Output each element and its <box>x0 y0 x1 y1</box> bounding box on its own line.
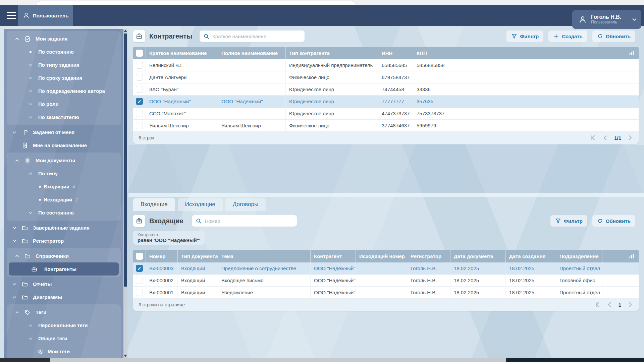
scroll-up-icon[interactable] <box>124 30 127 32</box>
user-menu[interactable]: Гоголь Н.В. Пользователь <box>572 10 641 29</box>
funnel-icon <box>511 33 517 39</box>
tab-outgoing[interactable]: Исходящие <box>178 198 223 211</box>
sidebar-item-my-tags[interactable]: Мои теги <box>7 345 121 358</box>
page-first-button[interactable] <box>590 134 597 141</box>
folder-icon <box>21 225 28 231</box>
columns-settings-icon[interactable] <box>629 50 635 56</box>
sidebar-item-by-task-due[interactable]: По сроку задания <box>7 71 121 84</box>
column-header[interactable]: КПП <box>413 47 448 59</box>
row-checkbox[interactable] <box>136 110 143 117</box>
sidebar-item-by-role[interactable]: По роли <box>7 98 121 111</box>
table-row[interactable]: Уильям Шекспир Уильям Шекспир Физическое… <box>133 120 639 132</box>
row-checkbox-checked[interactable] <box>136 265 143 272</box>
page-next-button[interactable] <box>627 134 633 141</box>
module-tab-user[interactable]: Пользователь <box>18 5 73 26</box>
sidebar-item-by-type[interactable]: По типу <box>7 167 121 180</box>
sidebar-item-contragents[interactable]: Контрагенты <box>9 262 119 276</box>
column-header[interactable]: Краткое наименование <box>146 47 218 59</box>
columns-settings-icon[interactable] <box>629 253 635 259</box>
sidebar-item-by-deputy[interactable]: По заместителю <box>7 111 121 124</box>
filter-chip[interactable]: Контрагент: равен 'ООО "Надёжный"' <box>133 231 205 245</box>
app-header: Пользователь Гоголь Н.В. Пользователь <box>0 5 644 26</box>
sidebar-group-my-documents: Мои документы По типу Входящий 4 Исходящ… <box>7 153 121 221</box>
table-row[interactable]: Вх-000002 Входящий Входящее письмо ООО "… <box>133 275 639 287</box>
column-header[interactable]: Исходящий номер <box>356 250 407 262</box>
chevron-down-icon <box>12 130 17 135</box>
sidebar-item-my-tasks[interactable]: Мои задания <box>7 32 121 45</box>
sidebar-item-outgoing-type[interactable]: Исходящий 2 <box>7 193 121 206</box>
contragents-panel: Контрагенты Фильтр Создать Обновить Крат… <box>133 30 639 144</box>
column-header[interactable]: Контрагент <box>311 250 356 262</box>
sidebar-scrollbar[interactable] <box>123 29 127 358</box>
table-row[interactable]: ССО "Малахит" Юридическое лицо 474737373… <box>133 108 639 120</box>
sidebar-item-incoming-type[interactable]: Входящий 4 <box>7 180 121 193</box>
column-header[interactable]: Подразделение <box>556 250 602 262</box>
column-header[interactable]: Полное наименование <box>218 47 286 59</box>
person-icon <box>578 15 587 24</box>
filter-button[interactable]: Фильтр <box>506 31 543 42</box>
sidebar-item-by-state[interactable]: По состоянию <box>7 45 121 58</box>
table-row-selected[interactable]: Вх-000003 Входящий Предложение о сотрудн… <box>133 262 639 275</box>
search-input[interactable] <box>200 31 305 42</box>
table-row-selected[interactable]: ООО "Надёжный" ООО "Надёжный" Юридическо… <box>133 96 639 108</box>
sidebar-item-directories[interactable]: Справочники <box>7 249 121 262</box>
sidebar-item-diagrams[interactable]: Диаграммы <box>4 291 123 304</box>
sidebar-item-finished-tasks[interactable]: Завершённые задания <box>4 221 123 234</box>
row-checkbox-checked[interactable] <box>136 98 143 105</box>
table-row[interactable]: Белинский В.Г. Индивидуальный предприним… <box>133 59 639 71</box>
chevron-down-icon <box>12 282 17 287</box>
refresh-button[interactable]: Обновить <box>592 31 635 42</box>
sidebar-item-for-my-review[interactable]: Мне на ознакомление <box>4 139 123 152</box>
scrollbar-thumb[interactable] <box>124 34 127 287</box>
row-checkbox[interactable] <box>136 277 143 284</box>
sidebar-item-my-documents[interactable]: Мои документы <box>7 154 121 167</box>
select-all-checkbox[interactable] <box>136 253 143 260</box>
funnel-icon <box>555 218 561 224</box>
column-header[interactable]: Тип контрагента <box>286 47 378 59</box>
table-row[interactable]: Данте Алигьери Физическое лицо 679758473… <box>133 71 639 83</box>
folder-icon <box>21 238 28 244</box>
row-checkbox[interactable] <box>136 86 143 93</box>
column-header[interactable]: Регистратор <box>407 250 450 262</box>
sidebar-item-personal-tags[interactable]: Персональные теги <box>7 319 121 332</box>
page-prev-button[interactable] <box>606 301 613 308</box>
row-checkbox[interactable] <box>136 122 143 129</box>
sidebar-item-reports[interactable]: Отчёты <box>4 278 123 291</box>
row-checkbox[interactable] <box>136 62 143 69</box>
search-input[interactable] <box>192 215 297 227</box>
column-header[interactable]: ИНН <box>378 47 413 59</box>
chevron-down-icon <box>12 239 17 243</box>
column-header[interactable]: Дата создания <box>506 250 556 262</box>
sidebar-item-tasks-from-me[interactable]: Задания от меня <box>4 126 123 139</box>
sidebar-item-by-task-type[interactable]: По типу задания <box>7 58 121 71</box>
sidebar-item-registrar[interactable]: Регистратор <box>4 234 123 247</box>
filter-button[interactable]: Фильтр <box>550 215 587 227</box>
page-prev-button[interactable] <box>602 134 609 141</box>
column-header[interactable]: Дата документа <box>450 250 506 262</box>
column-header[interactable]: Тема <box>218 250 311 262</box>
page-indicator: 1/1 <box>614 135 621 141</box>
bullet-icon <box>39 186 41 188</box>
splitter-band <box>128 193 644 197</box>
select-all-checkbox[interactable] <box>136 50 143 57</box>
sidebar-item-docs-by-state[interactable]: По состоянию <box>7 206 121 219</box>
table-row[interactable]: Вх-000001 Входящий Уведомление ООО "Надё… <box>133 287 639 299</box>
sidebar-item-by-author-division[interactable]: По подразделению автора <box>7 84 121 98</box>
create-button[interactable]: Создать <box>548 31 587 42</box>
page-first-button[interactable] <box>594 301 601 308</box>
tab-incoming[interactable]: Входящие <box>133 198 175 211</box>
table-row[interactable]: ЗАО "Буран" Юридическое лицо 74744458 33… <box>133 83 639 96</box>
hamburger-menu-icon[interactable] <box>7 10 17 20</box>
column-header[interactable]: Номер <box>146 250 178 262</box>
row-checkbox[interactable] <box>136 289 143 296</box>
scroll-down-icon[interactable] <box>124 355 127 357</box>
refresh-button[interactable]: Обновить <box>592 215 635 227</box>
tab-contracts[interactable]: Договоры <box>225 198 266 211</box>
sidebar-item-shared-tags[interactable]: Общие теги <box>7 332 121 345</box>
page-next-button[interactable] <box>627 301 633 308</box>
row-checkbox[interactable] <box>136 74 143 81</box>
chevron-down-icon <box>28 210 33 215</box>
column-header[interactable]: Тип документа <box>178 250 218 262</box>
sidebar-item-tags[interactable]: Теги <box>7 306 121 319</box>
briefcase-icon <box>136 217 143 225</box>
